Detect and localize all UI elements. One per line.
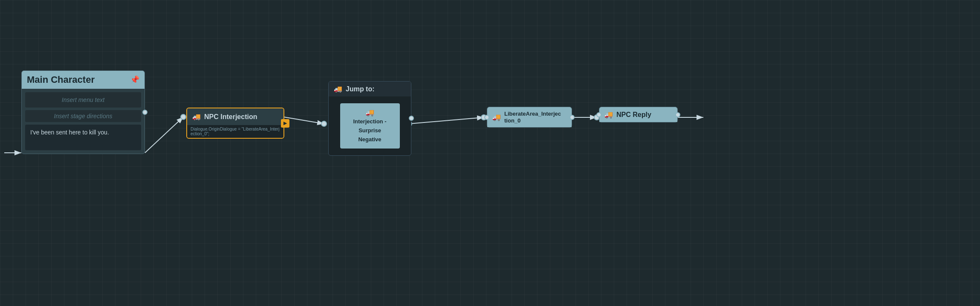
jump-target-icon: 🚚 <box>366 108 374 117</box>
stage-directions-field[interactable]: Insert stage directions <box>25 110 141 122</box>
npc-reply-title: NPC Reply <box>616 111 651 119</box>
pin-icon: 📌 <box>130 75 139 85</box>
jump-target-text-line1: Interjection - <box>353 118 386 125</box>
npc-interjection-header: 🚚 NPC Interjection <box>187 108 283 125</box>
dialogue-text-field[interactable]: I've been sent here to kill you. <box>25 125 141 150</box>
npc-interjection-node[interactable]: 🚚 NPC Interjection Dialogue.OriginDialog… <box>186 108 284 139</box>
menu-text-field[interactable]: Insert menu text <box>25 92 141 108</box>
npc-reply-output-port[interactable] <box>675 112 680 117</box>
liberate-icon: 🚚 <box>492 113 501 121</box>
main-character-output-port[interactable] <box>142 110 147 115</box>
jump-to-node[interactable]: 🚚 Jump to: 🚚 Interjection - Surprise Neg… <box>328 81 411 156</box>
node-canvas[interactable]: Main Character 📌 Insert menu text Insert… <box>0 0 980 306</box>
npc-interjection-output-port[interactable]: ▶ <box>281 119 289 128</box>
npc-interjection-icon: 🚚 <box>192 113 201 121</box>
svg-point-8 <box>181 114 186 119</box>
npc-interjection-condition: Dialogue.OriginDialogue = "LiberateArea_… <box>187 125 283 138</box>
main-character-header: Main Character 📌 <box>22 71 145 89</box>
connection-lines <box>0 0 980 306</box>
jump-to-header: 🚚 Jump to: <box>329 82 411 96</box>
liberate-output-port[interactable] <box>569 115 575 120</box>
npc-reply-header: 🚚 NPC Reply <box>599 107 677 122</box>
jump-to-icon: 🚚 <box>334 85 342 93</box>
svg-line-4 <box>283 117 324 124</box>
svg-line-3 <box>145 117 183 153</box>
svg-point-9 <box>321 121 327 126</box>
jump-target-text-line2: Surprise <box>358 127 381 134</box>
main-character-node[interactable]: Main Character 📌 Insert menu text Insert… <box>21 70 145 154</box>
npc-reply-node[interactable]: 🚚 NPC Reply <box>599 107 678 122</box>
main-character-body: Insert menu text Insert stage directions… <box>22 89 145 154</box>
jump-to-output-port[interactable] <box>409 116 414 121</box>
liberate-title: LiberateArea_Interjec tion_0 <box>504 111 567 124</box>
npc-interjection-title: NPC Interjection <box>204 113 257 121</box>
main-character-title: Main Character <box>27 74 95 85</box>
jump-target-text-line3: Negative <box>358 136 381 143</box>
npc-reply-icon: 🚚 <box>604 111 613 119</box>
liberate-header: 🚚 LiberateArea_Interjec tion_0 <box>487 107 572 127</box>
jump-target-card[interactable]: 🚚 Interjection - Surprise Negative <box>340 103 400 149</box>
jump-to-body: 🚚 Interjection - Surprise Negative <box>329 96 411 155</box>
npc-reply-input-port[interactable] <box>596 112 601 117</box>
liberate-area-node[interactable]: 🚚 LiberateArea_Interjec tion_0 <box>487 107 572 128</box>
liberate-input-port[interactable] <box>484 115 489 120</box>
svg-line-5 <box>409 117 484 124</box>
jump-to-title: Jump to: <box>346 85 375 93</box>
